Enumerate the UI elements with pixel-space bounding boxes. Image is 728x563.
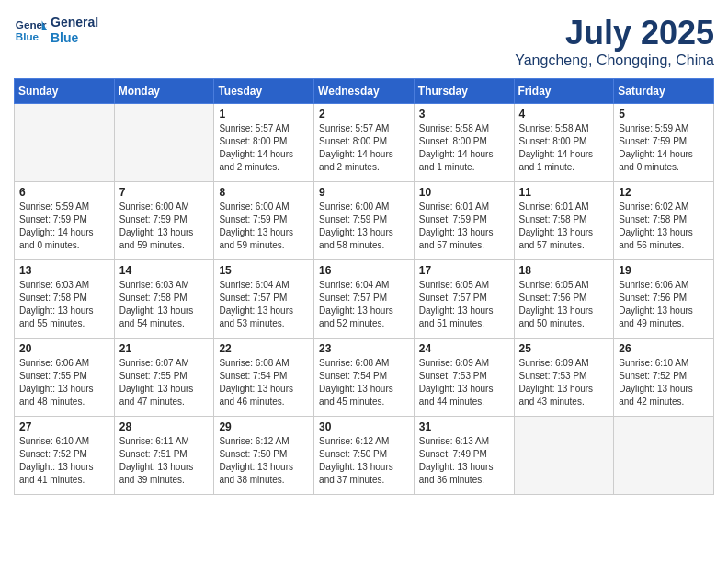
calendar-cell: 25Sunrise: 6:09 AM Sunset: 7:53 PM Dayli…: [514, 339, 614, 417]
calendar-cell: [15, 104, 115, 182]
day-number: 9: [319, 186, 409, 199]
day-number: 2: [319, 108, 409, 121]
day-info: Sunrise: 6:06 AM Sunset: 7:55 PM Dayligh…: [19, 357, 109, 408]
day-info: Sunrise: 6:00 AM Sunset: 7:59 PM Dayligh…: [319, 201, 409, 252]
calendar-cell: 30Sunrise: 6:12 AM Sunset: 7:50 PM Dayli…: [314, 417, 415, 495]
day-number: 6: [19, 186, 109, 199]
day-info: Sunrise: 5:57 AM Sunset: 8:00 PM Dayligh…: [219, 122, 309, 174]
location-title: Yangcheng, Chongqing, China: [515, 52, 714, 69]
day-info: Sunrise: 6:06 AM Sunset: 7:56 PM Dayligh…: [619, 279, 709, 330]
calendar-cell: 9Sunrise: 6:00 AM Sunset: 7:59 PM Daylig…: [314, 182, 415, 260]
calendar-cell: 31Sunrise: 6:13 AM Sunset: 7:49 PM Dayli…: [414, 417, 514, 495]
calendar-cell: 4Sunrise: 5:58 AM Sunset: 8:00 PM Daylig…: [514, 104, 614, 182]
weekday-header-row: SundayMondayTuesdayWednesdayThursdayFrid…: [15, 79, 714, 104]
day-number: 22: [219, 342, 309, 355]
calendar-cell: [614, 417, 714, 495]
calendar-cell: 27Sunrise: 6:10 AM Sunset: 7:52 PM Dayli…: [15, 417, 115, 495]
calendar-cell: 7Sunrise: 6:00 AM Sunset: 7:59 PM Daylig…: [114, 182, 214, 260]
day-info: Sunrise: 6:03 AM Sunset: 7:58 PM Dayligh…: [119, 279, 210, 330]
day-number: 15: [219, 264, 309, 277]
calendar-cell: [114, 104, 214, 182]
logo: General Blue General Blue: [14, 14, 98, 47]
weekday-header-monday: Monday: [114, 79, 214, 104]
day-info: Sunrise: 6:00 AM Sunset: 7:59 PM Dayligh…: [219, 201, 309, 252]
day-info: Sunrise: 6:11 AM Sunset: 7:51 PM Dayligh…: [119, 435, 210, 487]
day-info: Sunrise: 6:05 AM Sunset: 7:56 PM Dayligh…: [519, 279, 609, 330]
day-number: 16: [319, 264, 409, 277]
calendar-cell: 5Sunrise: 5:59 AM Sunset: 7:59 PM Daylig…: [614, 104, 714, 182]
calendar-cell: 21Sunrise: 6:07 AM Sunset: 7:55 PM Dayli…: [114, 339, 214, 417]
week-row-2: 6Sunrise: 5:59 AM Sunset: 7:59 PM Daylig…: [15, 182, 714, 260]
day-number: 31: [419, 420, 509, 433]
day-info: Sunrise: 6:08 AM Sunset: 7:54 PM Dayligh…: [319, 357, 409, 408]
week-row-5: 27Sunrise: 6:10 AM Sunset: 7:52 PM Dayli…: [15, 417, 714, 495]
logo-blue-text: Blue: [51, 30, 98, 46]
week-row-4: 20Sunrise: 6:06 AM Sunset: 7:55 PM Dayli…: [15, 339, 714, 417]
week-row-3: 13Sunrise: 6:03 AM Sunset: 7:58 PM Dayli…: [15, 260, 714, 339]
weekday-header-sunday: Sunday: [15, 79, 115, 104]
day-number: 28: [119, 420, 210, 433]
day-info: Sunrise: 6:00 AM Sunset: 7:59 PM Dayligh…: [119, 201, 210, 252]
day-info: Sunrise: 6:12 AM Sunset: 7:50 PM Dayligh…: [319, 435, 409, 487]
calendar-cell: [514, 417, 614, 495]
day-number: 27: [19, 420, 109, 433]
day-info: Sunrise: 5:59 AM Sunset: 7:59 PM Dayligh…: [19, 201, 109, 252]
day-info: Sunrise: 6:09 AM Sunset: 7:53 PM Dayligh…: [519, 357, 609, 408]
calendar-cell: 14Sunrise: 6:03 AM Sunset: 7:58 PM Dayli…: [114, 260, 214, 339]
logo-icon: General Blue: [14, 14, 47, 47]
svg-text:Blue: Blue: [16, 30, 40, 42]
calendar-cell: 12Sunrise: 6:02 AM Sunset: 7:58 PM Dayli…: [614, 182, 714, 260]
weekday-header-tuesday: Tuesday: [214, 79, 314, 104]
day-info: Sunrise: 6:05 AM Sunset: 7:57 PM Dayligh…: [419, 279, 509, 330]
day-number: 5: [619, 108, 709, 121]
day-info: Sunrise: 6:12 AM Sunset: 7:50 PM Dayligh…: [219, 435, 309, 487]
day-info: Sunrise: 6:02 AM Sunset: 7:58 PM Dayligh…: [619, 201, 709, 252]
calendar-cell: 17Sunrise: 6:05 AM Sunset: 7:57 PM Dayli…: [414, 260, 514, 339]
day-number: 12: [619, 186, 709, 199]
day-info: Sunrise: 6:04 AM Sunset: 7:57 PM Dayligh…: [219, 279, 309, 330]
day-info: Sunrise: 6:01 AM Sunset: 7:58 PM Dayligh…: [519, 201, 609, 252]
page-header: General Blue General Blue July 2025 Yang…: [14, 14, 714, 69]
logo-general-text: General: [51, 15, 98, 30]
day-number: 1: [219, 108, 309, 121]
day-info: Sunrise: 5:58 AM Sunset: 8:00 PM Dayligh…: [419, 122, 509, 174]
calendar-cell: 16Sunrise: 6:04 AM Sunset: 7:57 PM Dayli…: [314, 260, 415, 339]
calendar-cell: 6Sunrise: 5:59 AM Sunset: 7:59 PM Daylig…: [15, 182, 115, 260]
month-year-title: July 2025: [515, 14, 714, 52]
calendar-cell: 3Sunrise: 5:58 AM Sunset: 8:00 PM Daylig…: [414, 104, 514, 182]
day-number: 29: [219, 420, 309, 433]
day-info: Sunrise: 6:04 AM Sunset: 7:57 PM Dayligh…: [319, 279, 409, 330]
day-number: 17: [419, 264, 509, 277]
weekday-header-friday: Friday: [514, 79, 614, 104]
day-number: 10: [419, 186, 509, 199]
calendar-cell: 24Sunrise: 6:09 AM Sunset: 7:53 PM Dayli…: [414, 339, 514, 417]
calendar-cell: 28Sunrise: 6:11 AM Sunset: 7:51 PM Dayli…: [114, 417, 214, 495]
day-number: 7: [119, 186, 210, 199]
day-number: 8: [219, 186, 309, 199]
weekday-header-wednesday: Wednesday: [314, 79, 415, 104]
weekday-header-thursday: Thursday: [414, 79, 514, 104]
day-number: 4: [519, 108, 609, 121]
week-row-1: 1Sunrise: 5:57 AM Sunset: 8:00 PM Daylig…: [15, 104, 714, 182]
calendar-cell: 23Sunrise: 6:08 AM Sunset: 7:54 PM Dayli…: [314, 339, 415, 417]
day-number: 24: [419, 342, 509, 355]
day-info: Sunrise: 6:07 AM Sunset: 7:55 PM Dayligh…: [119, 357, 210, 408]
calendar-cell: 22Sunrise: 6:08 AM Sunset: 7:54 PM Dayli…: [214, 339, 314, 417]
day-number: 11: [519, 186, 609, 199]
calendar-table: SundayMondayTuesdayWednesdayThursdayFrid…: [14, 78, 714, 495]
day-info: Sunrise: 6:09 AM Sunset: 7:53 PM Dayligh…: [419, 357, 509, 408]
calendar-cell: 8Sunrise: 6:00 AM Sunset: 7:59 PM Daylig…: [214, 182, 314, 260]
day-number: 26: [619, 342, 709, 355]
day-info: Sunrise: 6:01 AM Sunset: 7:59 PM Dayligh…: [419, 201, 509, 252]
day-number: 25: [519, 342, 609, 355]
calendar-cell: 18Sunrise: 6:05 AM Sunset: 7:56 PM Dayli…: [514, 260, 614, 339]
day-number: 19: [619, 264, 709, 277]
weekday-header-saturday: Saturday: [614, 79, 714, 104]
day-number: 3: [419, 108, 509, 121]
day-info: Sunrise: 5:58 AM Sunset: 8:00 PM Dayligh…: [519, 122, 609, 174]
calendar-cell: 26Sunrise: 6:10 AM Sunset: 7:52 PM Dayli…: [614, 339, 714, 417]
day-number: 13: [19, 264, 109, 277]
day-number: 21: [119, 342, 210, 355]
day-number: 23: [319, 342, 409, 355]
day-info: Sunrise: 6:13 AM Sunset: 7:49 PM Dayligh…: [419, 435, 509, 487]
